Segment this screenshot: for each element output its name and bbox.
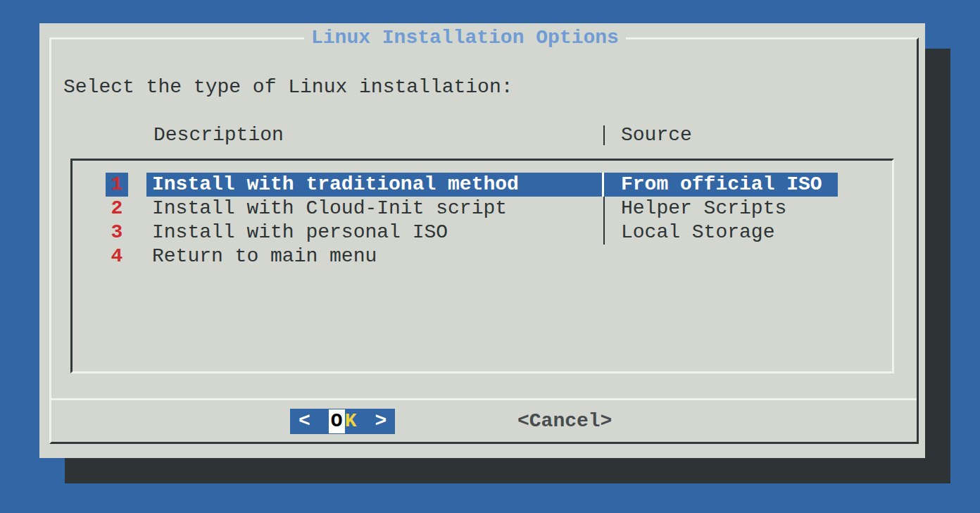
menu-item-source: Helper Scripts (621, 197, 786, 221)
menu-item-description: Install with Cloud-Init script (152, 197, 507, 221)
dialog-window: Linux Installation Options Select the ty… (39, 23, 925, 458)
menu-item-description: Install with traditional method (152, 173, 519, 197)
menu-item-cloud-init[interactable]: 2 Install with Cloud-Init script Helper … (39, 197, 925, 221)
ok-bracket-right: > (375, 409, 387, 433)
button-separator-line (51, 398, 917, 400)
column-separator-header (603, 125, 605, 145)
ok-cursor-char: O (329, 409, 345, 433)
terminal-screen: Linux Installation Options Select the ty… (0, 0, 980, 513)
menu-item-tag: 3 (106, 221, 128, 245)
prompt-text: Select the type of Linux installation: (63, 75, 513, 99)
column-header-description: Description (153, 123, 284, 147)
cancel-button[interactable]: <Cancel> (517, 409, 612, 434)
column-header-source: Source (621, 123, 692, 147)
menu-item-return-main-menu[interactable]: 4 Return to main menu (39, 245, 925, 268)
menu-item-personal-iso[interactable]: 3 Install with personal ISO Local Storag… (39, 221, 925, 245)
menu-item-source: Local Storage (621, 221, 774, 245)
menu-item-description: Return to main menu (152, 245, 377, 268)
ok-hotkey-char: K (345, 409, 357, 433)
menu-item-tag: 1 (106, 173, 128, 197)
ok-bracket-left: < (299, 409, 310, 433)
menu-item-description: Install with personal ISO (152, 221, 448, 245)
menu-item-tag: 4 (106, 245, 128, 268)
menu-item-traditional[interactable]: 1 Install with traditional method From o… (39, 173, 925, 197)
dialog-title: Linux Installation Options (304, 25, 626, 51)
menu-item-source: From official ISO (621, 173, 822, 197)
menu-item-tag: 2 (106, 197, 128, 221)
ok-button[interactable]: < O K > (290, 409, 395, 434)
column-separator-selected (602, 173, 604, 197)
